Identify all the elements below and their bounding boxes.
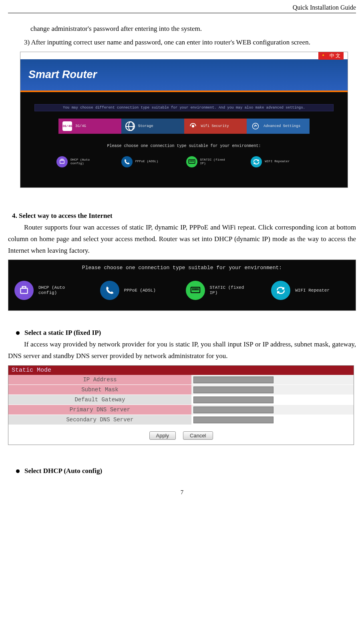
- svg-point-1: [253, 123, 259, 129]
- input-primary-dns[interactable]: [193, 407, 274, 413]
- conn-pppoe-small[interactable]: PPPoE (ADSL): [121, 156, 182, 167]
- section-4-para: Router supports four wan accesses of sta…: [8, 222, 356, 257]
- 3g4g-icon: 3G/4G: [62, 121, 72, 131]
- bullet-dhcp-heading: Select DHCP (Auto config): [24, 467, 102, 475]
- label-ip-address: IP Address: [8, 375, 191, 384]
- please-choose-text-small: Please choose one connection type suitab…: [20, 144, 348, 148]
- input-secondary-dns[interactable]: [193, 417, 274, 423]
- label-secondary-dns: Secondary DNS Server: [8, 415, 191, 425]
- tab-advanced[interactable]: Advanced Settings: [247, 119, 310, 134]
- static-icon: [186, 156, 197, 167]
- conn-static-label-small: STATIC (fixed IP): [200, 158, 225, 165]
- input-default-gateway[interactable]: [193, 397, 274, 403]
- connection-strip-screenshot: Please choose one connection type suitab…: [8, 260, 356, 311]
- row-primary-dns: Primary DNS Server: [8, 405, 354, 415]
- main-tabs: 3G/4G 3G/4G Storage Wifi Security Advanc…: [58, 119, 310, 134]
- page-header-title: Quick Installation Guide: [8, 4, 356, 11]
- connection-row-small: DHCP (Auto config) PPPoE (ADSL) STATIC (…: [56, 156, 312, 167]
- svg-rect-10: [20, 288, 27, 294]
- pppoe-icon-large: [100, 281, 119, 300]
- tab-storage-label: Storage: [138, 124, 153, 128]
- router-home-screenshot: 中 文 Smart Router You may choose differen…: [20, 52, 348, 188]
- instruction-banner: You may choose different connection type…: [34, 104, 334, 111]
- static-mode-header: Static Mode: [8, 366, 354, 375]
- static-icon-large: [186, 281, 205, 300]
- svg-point-0: [192, 125, 194, 127]
- tab-3g4g[interactable]: 3G/4G 3G/4G: [58, 119, 121, 134]
- conn-repeater[interactable]: WIFI Repeater: [271, 281, 350, 300]
- china-flag-icon: [322, 54, 328, 58]
- header-rule: [8, 13, 356, 13]
- repeater-icon-large: [271, 281, 290, 300]
- input-subnet-mask[interactable]: [193, 386, 274, 393]
- page-number: 7: [8, 489, 356, 496]
- tab-3g4g-label: 3G/4G: [75, 124, 86, 128]
- conn-static[interactable]: STATIC (fixed IP): [186, 281, 264, 300]
- conn-dhcp-label-small: DHCP (Auto config): [70, 158, 90, 165]
- svg-rect-2: [60, 160, 64, 163]
- conn-pppoe-label: PPPoE (ADSL): [124, 288, 156, 293]
- conn-dhcp-small[interactable]: DHCP (Auto config): [56, 156, 117, 167]
- tab-wifi-security-label: Wifi Security: [201, 124, 229, 128]
- conn-repeater-small[interactable]: WIFI Repeater: [251, 156, 312, 167]
- input-ip-address[interactable]: [193, 376, 274, 383]
- router-title: Smart Router: [28, 68, 97, 81]
- bullet-dhcp: Select DHCP (Auto config): [16, 467, 356, 475]
- conn-pppoe-label-small: PPPoE (ADSL): [135, 160, 159, 163]
- wifi-security-icon: [188, 121, 198, 131]
- section-4-heading: 4. Select way to access the Internet: [12, 212, 356, 220]
- bullet-icon: [16, 331, 20, 335]
- label-default-gateway: Default Gateway: [8, 395, 191, 405]
- row-subnet-mask: Subnet Mask: [8, 385, 354, 395]
- intro-line1: change administrator's password after en…: [8, 23, 356, 35]
- row-default-gateway: Default Gateway: [8, 395, 354, 405]
- intro-line2: 3) After inputting correct user name and…: [8, 37, 356, 48]
- conn-pppoe[interactable]: PPPoE (ADSL): [100, 281, 179, 300]
- tab-advanced-label: Advanced Settings: [263, 124, 300, 128]
- bullet-static-heading: Select a static IP (fixed IP): [24, 329, 101, 337]
- apply-button[interactable]: Apply: [149, 431, 176, 440]
- dhcp-icon: [56, 156, 68, 167]
- conn-dhcp[interactable]: DHCP (Auto config): [14, 281, 93, 300]
- repeater-icon: [251, 156, 262, 167]
- cancel-button[interactable]: Cancel: [183, 431, 213, 440]
- conn-repeater-label: WIFI Repeater: [295, 288, 330, 293]
- globe-icon: [125, 121, 135, 131]
- router-title-bar: Smart Router: [20, 59, 348, 92]
- label-primary-dns: Primary DNS Server: [8, 405, 191, 415]
- label-subnet-mask: Subnet Mask: [8, 385, 191, 395]
- bullet-static-para: If access way provided by network provid…: [8, 339, 356, 362]
- tab-storage[interactable]: Storage: [121, 119, 184, 134]
- tab-wifi-security[interactable]: Wifi Security: [184, 119, 247, 134]
- static-mode-form-screenshot: Static Mode IP Address Subnet Mask Defau…: [8, 365, 354, 445]
- svg-rect-11: [22, 287, 26, 288]
- conn-dhcp-label: DHCP (Auto config): [38, 285, 65, 296]
- dhcp-icon-large: [14, 281, 34, 300]
- language-label: 中 文: [330, 53, 340, 58]
- conn-static-small[interactable]: STATIC (fixed IP): [186, 156, 247, 167]
- conn-static-label: STATIC (fixed IP): [210, 285, 244, 296]
- conn-repeater-label-small: WIFI Repeater: [265, 160, 290, 163]
- row-secondary-dns: Secondary DNS Server: [8, 415, 354, 425]
- bullet-icon-2: [16, 469, 20, 473]
- please-choose-text: Please choose one connection type suitab…: [8, 265, 356, 271]
- svg-rect-3: [61, 159, 63, 160]
- row-ip-address: IP Address: [8, 375, 354, 385]
- language-switch[interactable]: 中 文: [318, 52, 344, 60]
- pppoe-icon: [121, 156, 133, 167]
- bullet-static-ip: Select a static IP (fixed IP): [16, 329, 356, 337]
- advanced-icon: [251, 121, 260, 131]
